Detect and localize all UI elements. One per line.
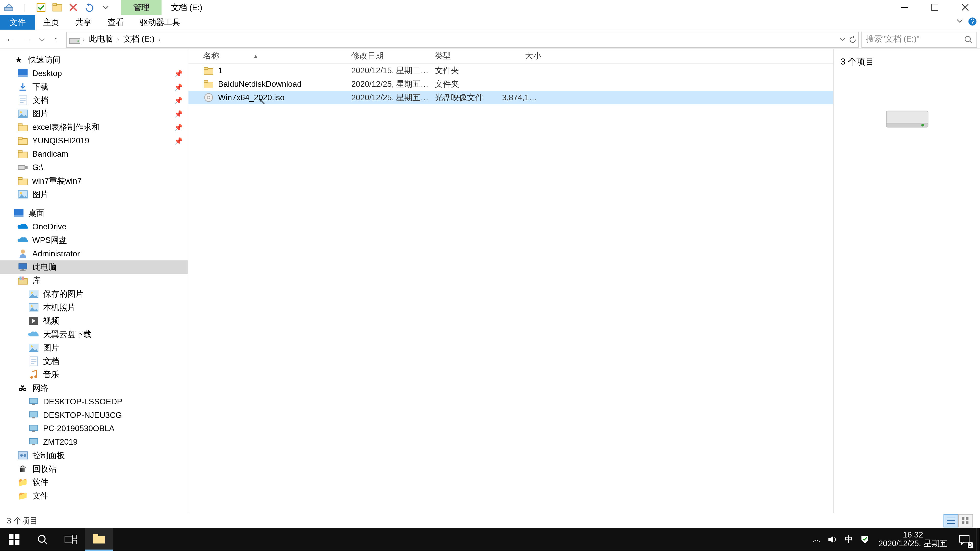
ribbon-tab-file[interactable]: 文件 <box>0 15 35 30</box>
tree-item[interactable]: excel表格制作求和📌 <box>0 121 188 134</box>
tree-item[interactable]: 文档 <box>0 354 188 368</box>
nav-recent-dropdown[interactable] <box>38 32 46 48</box>
file-list[interactable]: 名称▲ 修改日期 类型 大小 1 2020/12/15, 星期二 1... 文件… <box>188 49 833 513</box>
col-name[interactable]: 名称▲ <box>199 51 347 62</box>
tree-software[interactable]: 📁软件 <box>0 475 188 489</box>
label: Desktop <box>32 68 62 78</box>
view-details-button[interactable] <box>943 514 958 527</box>
tree-item[interactable]: 本机照片 <box>0 301 188 314</box>
tree-item[interactable]: G:\ <box>0 161 188 174</box>
tree-network[interactable]: 🖧网络 <box>0 381 188 395</box>
tree-item[interactable]: 保存的图片 <box>0 287 188 301</box>
volume-icon[interactable] <box>824 528 841 551</box>
label: 桌面 <box>28 208 45 219</box>
svg-rect-52 <box>30 438 38 444</box>
tree-item[interactable]: 库 <box>0 274 188 287</box>
nav-tree[interactable]: ★快速访问 Desktop📌下载📌文档📌图片📌excel表格制作求和📌YUNQI… <box>0 49 188 513</box>
taskbar-clock[interactable]: 16:32 2020/12/25, 星期五 <box>873 530 953 548</box>
tree-item[interactable]: 文档📌 <box>0 94 188 107</box>
col-date[interactable]: 修改日期 <box>347 51 431 62</box>
table-row[interactable]: BaiduNetdiskDownload 2020/12/25, 星期五 1..… <box>188 77 833 91</box>
tree-item[interactable]: ZMT2019 <box>0 435 188 449</box>
svg-rect-1 <box>37 3 45 11</box>
tree-control-panel[interactable]: 控制面板 <box>0 449 188 462</box>
view-icons-button[interactable] <box>958 514 973 527</box>
chevron-right-icon[interactable]: › <box>83 36 85 43</box>
tree-item[interactable]: win7重装win7 <box>0 174 188 188</box>
close-button[interactable] <box>950 0 980 15</box>
ribbon-tab-drivetools[interactable]: 驱动器工具 <box>132 15 189 30</box>
search-icon[interactable] <box>964 35 973 43</box>
ribbon-expand-icon[interactable] <box>956 17 964 26</box>
table-row[interactable]: Win7x64_2020.iso 2020/12/25, 星期五 1... 光盘… <box>188 91 833 104</box>
tree-item[interactable]: 图片 <box>0 188 188 201</box>
tree-item[interactable]: Bandicam <box>0 148 188 161</box>
col-type[interactable]: 类型 <box>431 51 498 62</box>
table-row[interactable]: 1 2020/12/15, 星期二 1... 文件夹 <box>188 64 833 78</box>
tree-item[interactable]: WPS网盘 <box>0 233 188 247</box>
address-dropdown-icon[interactable] <box>839 35 846 43</box>
qat-app-icon[interactable] <box>1 0 16 15</box>
maximize-button[interactable] <box>919 0 950 15</box>
preview-pane: 3 个项目 <box>833 49 980 513</box>
help-icon[interactable]: ? <box>968 17 977 26</box>
nav-forward-button[interactable]: → <box>20 32 35 48</box>
tree-item[interactable]: DESKTOP-NJEU3CG <box>0 408 188 422</box>
nav-up-button[interactable]: ↑ <box>48 32 63 48</box>
column-headers[interactable]: 名称▲ 修改日期 类型 大小 <box>188 49 833 64</box>
action-center-button[interactable]: 3 <box>953 528 976 551</box>
tree-item[interactable]: PC-20190530OBLA <box>0 422 188 435</box>
tree-files[interactable]: 📁文件 <box>0 489 188 503</box>
search-input[interactable]: 搜索"文档 (E:)" <box>861 32 977 48</box>
tree-item[interactable]: 此电脑 <box>0 260 188 274</box>
qat-dropdown-icon[interactable] <box>98 0 113 15</box>
show-desktop-button[interactable] <box>976 528 980 551</box>
label: 文档 <box>43 356 59 367</box>
label: 文件 <box>32 490 48 502</box>
tree-item[interactable]: Desktop📌 <box>0 67 188 80</box>
explorer-task-button[interactable] <box>85 528 113 551</box>
taskview-button[interactable] <box>57 528 85 551</box>
tree-desktop[interactable]: 桌面 <box>0 206 188 220</box>
tree-item[interactable]: 下载📌 <box>0 80 188 94</box>
tree-item[interactable]: 图片📌 <box>0 107 188 121</box>
security-icon[interactable] <box>857 528 873 551</box>
start-button[interactable] <box>0 528 28 551</box>
tree-item[interactable]: 视频 <box>0 314 188 327</box>
svg-rect-48 <box>30 412 38 417</box>
tree-item[interactable]: DESKTOP-LSSOEDP <box>0 395 188 408</box>
qat-undo-icon[interactable] <box>82 0 97 15</box>
ribbon-tab-home[interactable]: 主页 <box>35 15 67 30</box>
breadcrumb-drive[interactable]: 文档 (E:) <box>122 34 156 45</box>
chevron-right-icon[interactable]: › <box>117 36 119 43</box>
address-bar[interactable]: › 此电脑 › 文档 (E:) › <box>66 32 859 48</box>
svg-rect-21 <box>18 165 25 170</box>
tree-item[interactable]: OneDrive <box>0 220 188 233</box>
label: 图片 <box>32 189 48 200</box>
qat-delete-icon[interactable] <box>66 0 81 15</box>
tree-recycle[interactable]: 🗑回收站 <box>0 462 188 476</box>
tree-quick-access[interactable]: ★快速访问 <box>0 53 188 67</box>
svg-point-44 <box>30 376 33 379</box>
qat-properties-icon[interactable] <box>34 0 48 15</box>
col-size[interactable]: 大小 <box>498 51 545 62</box>
ribbon-tab-share[interactable]: 共享 <box>67 15 100 30</box>
refresh-icon[interactable] <box>849 35 857 43</box>
qat-newfolder-icon[interactable] <box>50 0 65 15</box>
taskbar[interactable]: ︿ 中 16:32 2020/12/25, 星期五 3 <box>0 528 980 551</box>
nav-back-button[interactable]: ← <box>3 32 18 48</box>
minimize-button[interactable] <box>889 0 919 15</box>
tree-item[interactable]: 音乐 <box>0 368 188 381</box>
breadcrumb-root[interactable]: 此电脑 <box>88 34 115 45</box>
tree-item[interactable]: 图片 <box>0 341 188 354</box>
chevron-right-icon[interactable]: › <box>159 36 161 43</box>
tree-item[interactable]: 天翼云盘下载 <box>0 327 188 341</box>
search-button[interactable] <box>28 528 57 551</box>
svg-rect-50 <box>30 425 38 430</box>
tray-overflow-icon[interactable]: ︿ <box>808 528 824 551</box>
tree-item[interactable]: YUNQISHI2019📌 <box>0 134 188 148</box>
folder-icon: 📁 <box>18 477 28 488</box>
tree-item[interactable]: Administrator <box>0 247 188 260</box>
ime-indicator[interactable]: 中 <box>841 528 857 551</box>
ribbon-tab-view[interactable]: 查看 <box>100 15 132 30</box>
